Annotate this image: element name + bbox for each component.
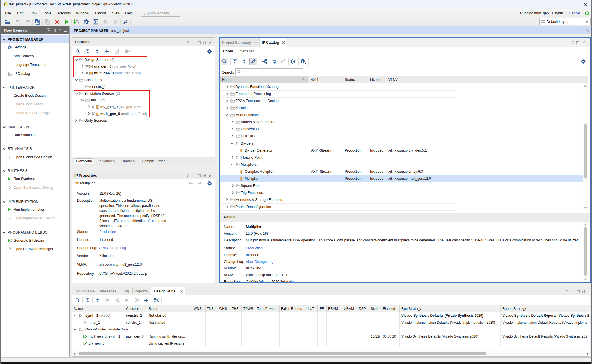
svg-text:01: 01 (10, 239, 12, 240)
svg-text:01: 01 (76, 19, 79, 21)
svg-text:10: 10 (76, 22, 79, 24)
svg-text:10: 10 (10, 241, 12, 242)
svg-text:?: ? (116, 50, 118, 53)
